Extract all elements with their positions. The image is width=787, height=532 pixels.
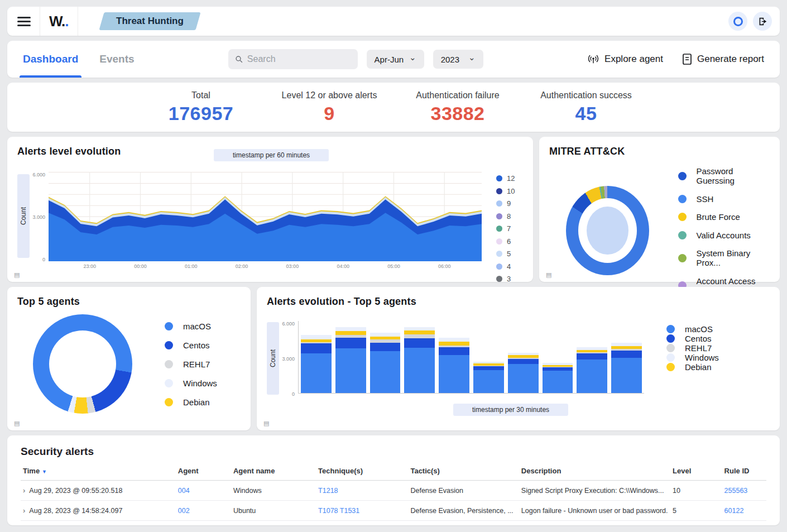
year-select[interactable]: 2023⌄ (433, 50, 483, 69)
bar[interactable] (473, 362, 504, 393)
panel-title: Top 5 agents (17, 296, 241, 308)
bar[interactable] (543, 363, 573, 393)
legend-item[interactable]: 12 (496, 174, 523, 183)
panel-alerts-level-evolution: Alerts level evolution timestamp per 60 … (7, 137, 533, 282)
app-logo[interactable]: W.. (49, 13, 69, 30)
search-box[interactable] (228, 49, 358, 69)
bar-segment-Debian (404, 330, 435, 334)
panel-title: MITRE ATT&CK (549, 146, 770, 157)
table-title: Security alerts (21, 445, 766, 458)
legend-item[interactable]: 8 (496, 212, 523, 221)
column-header[interactable]: Level (670, 463, 722, 481)
bar[interactable] (335, 327, 366, 393)
legend-item[interactable]: Password Guerssing (678, 166, 770, 185)
chart-legend[interactable]: macOS Centos REHL7 Windows Debian (165, 322, 217, 407)
legend-item[interactable]: Centos (666, 334, 728, 343)
rule-id-link[interactable]: 60122 (724, 507, 744, 515)
chart-legend[interactable]: macOS Centos REHL7 Windows Debian (644, 324, 728, 372)
chart-legend[interactable]: Password Guerssing SSH Brute Force Valid… (678, 166, 770, 295)
legend-item[interactable]: 5 (496, 250, 523, 258)
bar[interactable] (404, 327, 435, 393)
cell-level: 5 (670, 501, 722, 521)
period-select[interactable]: Apr-Jun⌄ (367, 50, 424, 69)
panel-legend-icon[interactable]: ▤ (263, 420, 269, 427)
legend-item[interactable]: 7 (496, 224, 523, 233)
legend-label: 8 (507, 212, 511, 221)
chevron-down-icon: ⌄ (468, 55, 476, 60)
status-ring-button[interactable] (728, 12, 747, 31)
row-expand-icon[interactable]: › (23, 486, 25, 495)
tab-dashboard[interactable]: Dashboard (23, 41, 78, 78)
table-row[interactable]: ›Aug 29, 2023 @ 09:55:20.518 004 Windows… (21, 481, 766, 501)
rule-id-link[interactable]: 255563 (724, 487, 748, 495)
logout-button[interactable] (753, 12, 772, 31)
bar-segment-macOS (577, 360, 607, 393)
legend-item[interactable]: Debian (165, 397, 217, 407)
legend-item[interactable]: 9 (496, 199, 523, 208)
column-header[interactable]: Tactic(s) (408, 463, 519, 481)
agent-link[interactable]: 004 (178, 487, 190, 495)
bar[interactable] (370, 333, 401, 393)
stat-label: Authentication success (522, 90, 650, 100)
legend-item[interactable]: Centos (165, 341, 217, 350)
legend-item[interactable]: Debian (666, 362, 728, 372)
top5-donut-chart[interactable] (33, 314, 132, 414)
legend-item[interactable]: Brute Force (678, 212, 770, 222)
column-header[interactable]: Time▼ (21, 463, 176, 481)
legend-swatch (165, 322, 173, 330)
tab-events[interactable]: Events (99, 41, 134, 78)
stat-value: 45 (522, 103, 650, 124)
legend-item[interactable]: 10 (496, 187, 523, 195)
legend-item[interactable]: Windows (666, 353, 728, 362)
page-tab-threat-hunting[interactable]: Threat Hunting (99, 12, 200, 30)
stat-value: 9 (265, 103, 394, 124)
legend-item[interactable]: Valid Accounts (678, 231, 770, 240)
technique-link[interactable]: T1218 (318, 487, 338, 495)
panel-legend-icon[interactable]: ▤ (546, 271, 551, 279)
cell-techniques: T1078 T1531 (316, 501, 408, 521)
toolbar: Dashboard Events Apr-Jun⌄ 2023⌄ Explore … (7, 41, 780, 78)
legend-item[interactable]: macOS (666, 324, 728, 334)
legend-item[interactable]: Windows (165, 378, 217, 388)
column-header[interactable]: Rule ID (722, 463, 766, 481)
mitre-donut-chart[interactable] (566, 186, 649, 275)
cell-rule-id: 60122 (722, 501, 766, 521)
legend-item[interactable]: 3 (496, 275, 523, 283)
column-header[interactable]: Agent (176, 463, 231, 481)
area-chart[interactable] (49, 172, 482, 261)
legend-swatch (496, 238, 502, 245)
bar[interactable] (439, 338, 469, 393)
legend-item[interactable]: SSH (678, 194, 770, 204)
legend-item[interactable]: System Binary Prox... (678, 248, 770, 267)
row-expand-icon[interactable]: › (23, 506, 25, 515)
technique-link[interactable]: T1078 (318, 507, 338, 515)
chart-legend[interactable]: 12 10 9 8 7 6 5 4 3 (482, 174, 523, 283)
generate-report-button[interactable]: Generate report (682, 54, 764, 65)
legend-swatch (678, 172, 687, 180)
explore-agent-button[interactable]: Explore agent (587, 54, 663, 65)
panel-legend-icon[interactable]: ▤ (14, 420, 20, 427)
table-row[interactable]: ›Aug 28, 2023 @ 14:58:24.097 002 Ubuntu … (21, 501, 766, 521)
chevron-down-icon: ⌄ (409, 55, 416, 60)
legend-item[interactable]: 4 (496, 262, 523, 271)
sort-desc-icon[interactable]: ▼ (42, 469, 47, 475)
legend-item[interactable]: macOS (165, 322, 217, 331)
bar[interactable] (611, 343, 642, 393)
technique-link[interactable]: T1531 (340, 507, 359, 515)
legend-item[interactable]: REHL7 (165, 360, 217, 369)
legend-swatch (496, 276, 502, 282)
agent-link[interactable]: 002 (178, 507, 190, 515)
bar[interactable] (577, 347, 607, 393)
menu-icon[interactable] (17, 17, 31, 26)
column-header[interactable]: Technique(s) (316, 463, 408, 481)
bar[interactable] (508, 353, 539, 393)
column-header[interactable]: Description (519, 463, 670, 481)
cell-tactics: Defense Evasion (408, 481, 519, 501)
search-input[interactable] (247, 54, 351, 64)
legend-item[interactable]: REHL7 (666, 343, 728, 353)
column-header[interactable]: Agent name (231, 463, 316, 481)
bar-segment-Centos (370, 343, 401, 351)
panel-legend-icon[interactable]: ▤ (14, 271, 20, 279)
bar[interactable] (301, 335, 332, 393)
legend-item[interactable]: 6 (496, 237, 523, 246)
